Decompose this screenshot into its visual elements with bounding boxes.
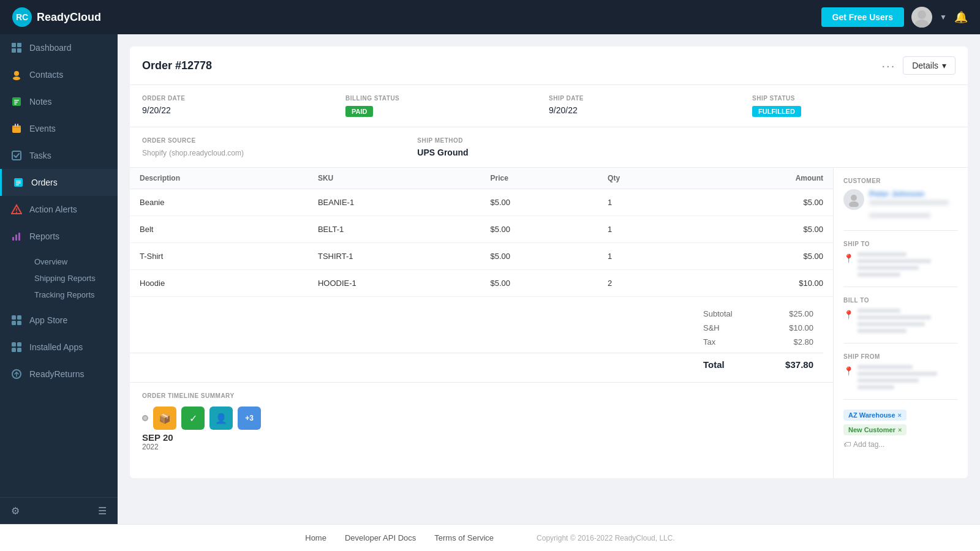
footer-link-api-docs[interactable]: Developer API Docs (345, 533, 416, 542)
more-options-button[interactable]: ··· (882, 59, 896, 73)
sidebar-item-label: Tasks (29, 151, 51, 160)
svg-rect-10 (14, 102, 18, 103)
orders-icon (13, 177, 24, 188)
cell-price: $5.00 (480, 189, 598, 216)
ship-method-value: UPS Ground (417, 148, 943, 157)
svg-rect-13 (12, 126, 21, 128)
timeline-date: SEP 20 2022 (142, 432, 821, 451)
footer-link-tos[interactable]: Terms of Service (434, 533, 494, 542)
cell-sku: HOODIE-1 (308, 270, 481, 297)
ship-from-location-icon: 📍 (843, 366, 854, 389)
table-row: T-Shirt TSHIRT-1 $5.00 1 $5.00 (130, 243, 833, 270)
svg-rect-25 (15, 234, 17, 241)
customer-label: CUSTOMER (843, 178, 958, 184)
svg-rect-20 (16, 184, 19, 186)
ship-from-label: SHIP FROM (843, 353, 958, 360)
logo: RC ReadyCloud (12, 7, 101, 27)
tag-new-customer-remove-button[interactable]: × (898, 426, 902, 433)
sidebar-item-installed-apps[interactable]: Installed Apps (0, 334, 118, 361)
ship-status-badge: FULFILLED (752, 106, 801, 117)
collapse-icon[interactable]: ☰ (98, 505, 107, 517)
sidebar-item-label: Installed Apps (29, 342, 83, 352)
sidebar-item-app-store[interactable]: App Store (0, 307, 118, 334)
right-panel: CUSTOMER Peter Johnson (833, 168, 968, 478)
bill-to-line1 (858, 309, 900, 313)
billing-status-label: BILLING STATUS (345, 95, 537, 102)
ship-from-line1 (858, 365, 913, 369)
order-source-value: Shopify (shop.readycloud.com) (142, 148, 405, 157)
sidebar-item-ready-returns[interactable]: ReadyReturns (0, 361, 118, 388)
logo-icon: RC (12, 7, 32, 27)
table-row: Hoodie HOODIE-1 $5.00 2 $10.00 (130, 270, 833, 297)
sidebar-item-label: ReadyReturns (29, 369, 85, 379)
bill-to-address: 📍 (843, 309, 958, 333)
svg-point-6 (14, 71, 19, 76)
cell-qty: 1 (598, 216, 692, 243)
timeline-section: ORDER TIMELINE SUMMARY 📦 ✓ 👤 +3 SEP 20 2… (130, 382, 833, 461)
tags-section: AZ Warehouse × New Customer × 🏷 Add tag.… (843, 410, 958, 459)
ship-from-section: SHIP FROM 📍 (843, 353, 958, 400)
tag-az-remove-button[interactable]: × (898, 411, 902, 419)
tag-az-label: AZ Warehouse (848, 411, 895, 419)
timeline-date-year: 2022 (142, 443, 159, 451)
get-free-users-button[interactable]: Get Free Users (821, 7, 905, 27)
sidebar-item-tracking-reports[interactable]: Tracking Reports (27, 287, 118, 303)
ship-to-section: SHIP TO 📍 (843, 241, 958, 287)
bill-to-line4 (858, 329, 907, 333)
ready-returns-icon (11, 369, 22, 380)
cell-sku: BELT-1 (308, 216, 481, 243)
sidebar-item-shipping-reports[interactable]: Shipping Reports (27, 270, 118, 287)
sidebar-item-dashboard[interactable]: Dashboard (0, 34, 118, 61)
action-alerts-icon (11, 204, 22, 215)
ship-status-block: SHIP STATUS FULFILLED (752, 95, 956, 117)
cell-amount: $10.00 (692, 270, 833, 297)
svg-point-36 (851, 195, 857, 201)
footer-link-home[interactable]: Home (305, 533, 326, 542)
cell-qty: 1 (598, 243, 692, 270)
svg-rect-29 (12, 321, 16, 325)
sh-row: S&H $10.00 (130, 321, 823, 335)
timeline-more-button[interactable]: +3 (238, 407, 261, 430)
subtotal-value: $25.00 (777, 309, 813, 318)
sh-label: S&H (703, 323, 740, 332)
order-meta: ORDER DATE 9/20/22 BILLING STATUS PAID S… (130, 85, 968, 127)
bill-to-line3 (858, 322, 925, 326)
sidebar-item-orders[interactable]: Orders (0, 169, 118, 196)
timeline-date-month: SEP 20 (142, 432, 821, 443)
cell-description: Hoodie (130, 270, 308, 297)
order-body: Description SKU Price Qty Amount Beanie … (130, 168, 968, 478)
logo-text: ReadyCloud (37, 11, 101, 24)
user-avatar[interactable] (911, 7, 932, 28)
sidebar-item-overview[interactable]: Overview (27, 253, 118, 270)
col-description: Description (130, 168, 308, 189)
sidebar-footer: ⚙ ☰ (0, 497, 118, 524)
svg-rect-11 (14, 103, 17, 105)
sidebar-item-action-alerts[interactable]: Action Alerts (0, 196, 118, 223)
sidebar-item-tasks[interactable]: Tasks (0, 142, 118, 169)
details-button[interactable]: Details ▾ (903, 56, 956, 75)
header-right: Get Free Users ▼ 🔔 (821, 7, 968, 28)
order-source-meta: ORDER SOURCE Shopify (shop.readycloud.co… (130, 127, 968, 168)
ship-method-label: SHIP METHOD (417, 137, 943, 144)
tag-new-customer-label: New Customer (848, 426, 895, 433)
svg-rect-5 (17, 48, 21, 53)
settings-icon[interactable]: ⚙ (11, 505, 20, 517)
sidebar-item-reports[interactable]: Reports (0, 223, 118, 250)
svg-rect-31 (12, 342, 16, 347)
svg-rect-19 (16, 182, 21, 184)
avatar-dropdown-icon[interactable]: ▼ (940, 13, 947, 21)
ship-from-address: 📍 (843, 365, 958, 389)
svg-rect-28 (17, 315, 21, 320)
sidebar-item-notes[interactable]: Notes (0, 88, 118, 115)
ship-from-line2 (858, 372, 937, 376)
sidebar-item-contacts[interactable]: Contacts (0, 61, 118, 88)
ship-to-line4 (858, 272, 900, 277)
notification-bell-icon[interactable]: 🔔 (954, 10, 968, 24)
svg-rect-32 (17, 342, 21, 347)
add-tag-button[interactable]: 🏷 Add tag... (843, 440, 958, 449)
sidebar-item-events[interactable]: Events (0, 115, 118, 142)
svg-rect-26 (18, 233, 20, 241)
add-tag-label: Add tag... (853, 440, 884, 449)
sidebar-item-label: Contacts (29, 70, 63, 80)
bill-to-label: BILL TO (843, 297, 958, 304)
